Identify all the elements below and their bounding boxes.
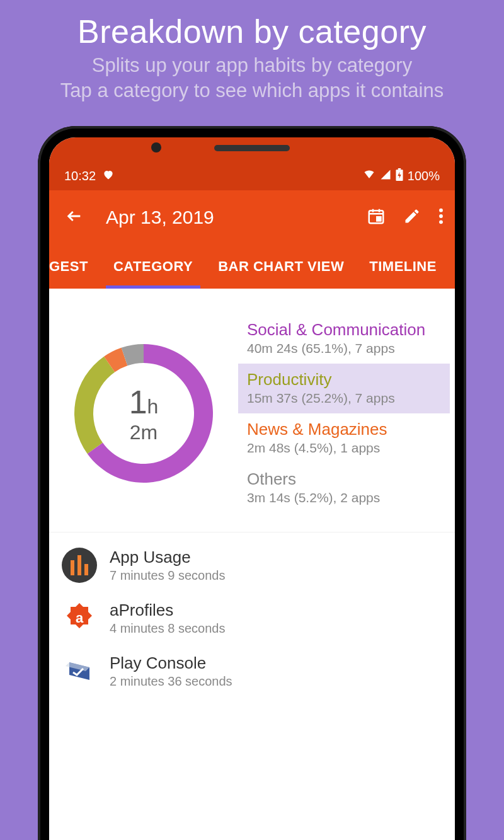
app-icon: [62, 548, 97, 583]
svg-point-6: [439, 220, 443, 224]
app-name: App Usage: [110, 548, 225, 567]
legend-name: Productivity: [247, 370, 441, 389]
heart-icon: [102, 168, 115, 184]
battery-pct: 100%: [408, 169, 440, 183]
legend-item[interactable]: Productivity15m 37s (25.2%), 7 apps: [238, 364, 450, 413]
svg-point-5: [439, 214, 443, 218]
app-time: 2 minutes 36 seconds: [110, 674, 232, 689]
app-icon: a: [62, 601, 97, 636]
app-name: Play Console: [110, 653, 232, 673]
phone-frame: 10:32 100% Apr: [38, 126, 466, 840]
legend-detail: 40m 24s (65.1%), 7 apps: [247, 341, 441, 356]
app-toolbar: Apr 13, 2019: [49, 190, 455, 245]
calendar-icon[interactable]: [367, 207, 386, 228]
battery-icon: [395, 168, 404, 184]
svg-rect-3: [377, 217, 381, 221]
svg-rect-10: [84, 564, 88, 575]
tab-timeline[interactable]: TIMELINE: [357, 245, 437, 289]
svg-rect-1: [398, 168, 401, 170]
svg-text:a: a: [76, 610, 84, 626]
legend-name: Others: [247, 469, 441, 489]
total-hours: 1: [129, 384, 147, 420]
svg-point-4: [439, 209, 443, 212]
app-list: App Usage7 minutes 9 secondsaaProfiles4 …: [49, 532, 455, 704]
signal-icon: [380, 169, 391, 183]
app-name: aProfiles: [110, 601, 225, 620]
legend-name: Social & Communication: [247, 320, 441, 340]
legend-detail: 15m 37s (25.2%), 7 apps: [247, 391, 441, 406]
legend-detail: 2m 48s (4.5%), 1 apps: [247, 440, 441, 456]
legend-item[interactable]: Social & Communication40m 24s (65.1%), 7…: [238, 314, 450, 364]
app-row[interactable]: App Usage7 minutes 9 seconds: [49, 539, 455, 592]
app-row[interactable]: aaProfiles4 minutes 8 seconds: [49, 592, 455, 645]
app-time: 4 minutes 8 seconds: [110, 621, 225, 636]
legend-item[interactable]: Others3m 14s (5.2%), 2 apps: [238, 463, 450, 513]
svg-rect-8: [71, 560, 74, 575]
status-time: 10:32: [64, 169, 96, 183]
wifi-icon: [362, 169, 376, 183]
tab-bar: GEST CATEGORY BAR CHART VIEW TIMELINE: [49, 245, 455, 289]
overflow-menu-icon[interactable]: [438, 207, 444, 227]
app-row[interactable]: Play Console2 minutes 36 seconds: [49, 645, 455, 698]
edit-icon[interactable]: [403, 207, 421, 227]
hours-unit: h: [147, 395, 159, 418]
phone-screen: 10:32 100% Apr: [49, 137, 455, 840]
svg-rect-9: [77, 555, 81, 575]
chart-row: 1h 2m Social & Communication40m 24s (65.…: [49, 301, 455, 532]
promo-line1: Splits up your app habits by category: [92, 54, 412, 76]
legend-item[interactable]: News & Magazines2m 48s (4.5%), 1 apps: [238, 413, 450, 463]
promo-line2: Tap a category to see which apps it cont…: [60, 79, 444, 101]
app-time: 7 minutes 9 seconds: [110, 568, 225, 583]
donut-slice: [74, 357, 115, 454]
tab-digest[interactable]: GEST: [49, 245, 101, 289]
toolbar-date: Apr 13, 2019: [106, 207, 367, 228]
legend-detail: 3m 14s (5.2%), 2 apps: [247, 490, 441, 505]
phone-speaker: [214, 145, 290, 151]
tab-category[interactable]: CATEGORY: [101, 245, 205, 289]
category-legend: Social & Communication40m 24s (65.1%), 7…: [238, 314, 455, 513]
phone-camera: [151, 142, 161, 152]
legend-name: News & Magazines: [247, 420, 441, 439]
donut-center-label: 1h 2m: [129, 383, 159, 444]
total-mins: 2: [130, 421, 141, 444]
mins-unit: m: [141, 421, 158, 444]
donut-chart: 1h 2m: [49, 314, 238, 513]
content-area: 1h 2m Social & Communication40m 24s (65.…: [49, 289, 455, 704]
app-icon: [62, 653, 97, 689]
promo-title: Breakdown by category: [0, 0, 504, 50]
tab-bar-chart[interactable]: BAR CHART VIEW: [205, 245, 357, 289]
promo-subtitle: Splits up your app habits by category Ta…: [0, 53, 504, 104]
back-icon[interactable]: [60, 202, 88, 233]
